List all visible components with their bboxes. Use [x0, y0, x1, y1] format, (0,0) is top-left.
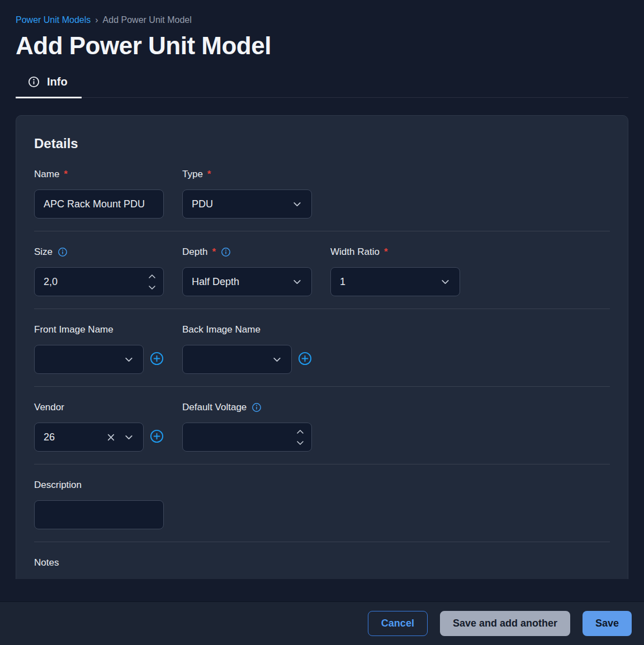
chevron-down-icon: [124, 432, 134, 443]
tab-bar: Info: [16, 75, 628, 98]
tab-info[interactable]: Info: [16, 75, 82, 98]
required-asterisk: *: [207, 169, 211, 180]
back-image-add-button[interactable]: [298, 352, 312, 367]
plus-circle-icon: [150, 429, 164, 445]
front-image-name-label: Front Image Name: [34, 324, 113, 335]
form-row: Front Image Name: [34, 309, 610, 387]
field-label: Type *: [182, 168, 312, 181]
info-icon[interactable]: [221, 247, 231, 257]
vendor-select[interactable]: 26: [34, 423, 144, 452]
field-label: Description: [34, 479, 164, 491]
vendor-select-value: 26: [44, 431, 55, 443]
footer-action-bar: Cancel Save and add another Save: [0, 601, 644, 645]
number-stepper: [296, 423, 304, 451]
vendor-label: Vendor: [34, 402, 64, 413]
field-front-image-name: Front Image Name: [34, 324, 164, 374]
vendor-add-button[interactable]: [150, 429, 164, 445]
breadcrumb: Power Unit Models › Add Power Unit Model: [16, 0, 628, 25]
front-image-select[interactable]: [34, 345, 144, 374]
info-icon[interactable]: [58, 247, 68, 257]
chevron-down-icon: [440, 277, 451, 287]
field-width-ratio: Width Ratio * 1: [330, 246, 460, 296]
breadcrumb-separator: ›: [95, 15, 98, 25]
field-label: Notes: [34, 557, 164, 569]
number-stepper: [148, 268, 156, 296]
field-depth: Depth * Half Depth: [182, 246, 312, 296]
field-name: Name *: [34, 168, 164, 219]
field-label: Name *: [34, 168, 164, 181]
type-label: Type: [182, 169, 203, 180]
notes-label: Notes: [34, 557, 59, 568]
default-voltage-label: Default Voltage: [182, 402, 247, 413]
field-type: Type * PDU: [182, 168, 312, 219]
clear-icon[interactable]: [106, 433, 116, 442]
field-label: Front Image Name: [34, 324, 164, 336]
depth-select-value: Half Depth: [192, 276, 239, 288]
form-row: Notes: [34, 542, 610, 579]
width-ratio-select[interactable]: 1: [330, 267, 460, 296]
width-ratio-select-value: 1: [340, 276, 345, 288]
description-input[interactable]: [34, 500, 164, 529]
depth-select[interactable]: Half Depth: [182, 267, 312, 296]
stepper-up-icon[interactable]: [148, 274, 156, 279]
form-row: Vendor 26: [34, 387, 610, 464]
chevron-down-icon: [292, 199, 302, 210]
chevron-down-icon: [124, 354, 134, 365]
form-row: Size 2,0 Depth *: [34, 231, 610, 309]
form-row: Name * Type * PDU: [34, 151, 610, 231]
field-notes: Notes: [34, 557, 164, 578]
size-label: Size: [34, 246, 53, 258]
info-icon[interactable]: [252, 402, 262, 412]
default-voltage-input[interactable]: [182, 423, 312, 452]
size-value: 2,0: [44, 276, 58, 288]
required-asterisk: *: [64, 169, 68, 180]
field-label: Width Ratio *: [330, 246, 460, 258]
field-description: Description: [34, 479, 164, 529]
field-label: Back Image Name: [182, 324, 312, 336]
depth-label: Depth: [182, 246, 207, 258]
stepper-down-icon[interactable]: [148, 285, 156, 290]
name-label: Name: [34, 169, 59, 180]
save-button[interactable]: Save: [583, 611, 632, 636]
info-icon: [28, 76, 40, 88]
back-image-name-label: Back Image Name: [182, 324, 261, 335]
save-and-add-another-button[interactable]: Save and add another: [440, 611, 570, 636]
description-label: Description: [34, 480, 82, 491]
plus-circle-icon: [150, 352, 164, 367]
page-content: Power Unit Models › Add Power Unit Model…: [0, 0, 644, 579]
name-input[interactable]: [34, 189, 164, 219]
width-ratio-label: Width Ratio: [330, 246, 380, 258]
breadcrumb-link-power-unit-models[interactable]: Power Unit Models: [16, 15, 91, 25]
plus-circle-icon: [298, 352, 312, 367]
field-default-voltage: Default Voltage: [182, 401, 312, 452]
chevron-down-icon: [272, 354, 282, 365]
breadcrumb-current: Add Power Unit Model: [103, 15, 192, 25]
back-image-select[interactable]: [182, 345, 292, 374]
required-asterisk: *: [212, 246, 216, 258]
details-card: Details Name * Type * PDU: [16, 115, 628, 579]
field-back-image-name: Back Image Name: [182, 324, 312, 374]
front-image-add-button[interactable]: [150, 352, 164, 367]
field-vendor: Vendor 26: [34, 401, 164, 452]
size-input[interactable]: 2,0: [34, 267, 164, 296]
field-label: Vendor: [34, 401, 164, 414]
type-select[interactable]: PDU: [182, 189, 312, 219]
field-label: Default Voltage: [182, 401, 312, 414]
cancel-button[interactable]: Cancel: [368, 611, 428, 636]
field-label: Size: [34, 246, 164, 258]
field-size: Size 2,0: [34, 246, 164, 296]
field-label: Depth *: [182, 246, 312, 258]
type-select-value: PDU: [192, 198, 213, 210]
required-asterisk: *: [384, 246, 388, 258]
chevron-down-icon: [292, 277, 302, 287]
page-title: Add Power Unit Model: [16, 32, 628, 60]
tab-info-label: Info: [47, 75, 68, 88]
stepper-down-icon[interactable]: [296, 440, 304, 445]
section-title: Details: [34, 136, 610, 151]
stepper-up-icon[interactable]: [296, 429, 304, 434]
form-row: Description: [34, 464, 610, 542]
